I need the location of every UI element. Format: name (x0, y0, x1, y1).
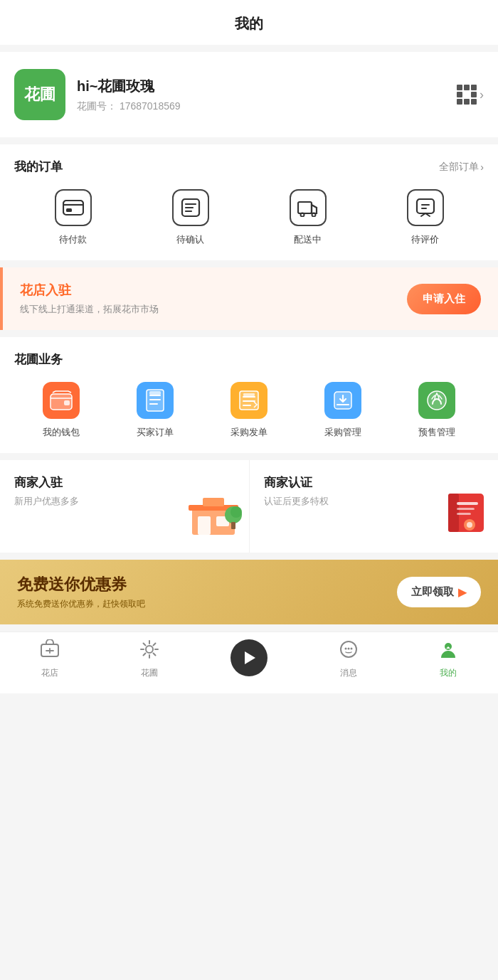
avatar: 花圃 (14, 69, 65, 120)
business-section: 花圃业务 我的钱包 买家订单 (0, 337, 498, 453)
profile-info: hi~花圃玫瑰 花圃号： 17687018569 (77, 77, 445, 113)
page-title: 我的 (235, 16, 263, 31)
page-header: 我的 (0, 0, 498, 45)
biz-label: 预售管理 (418, 426, 455, 439)
svg-rect-12 (243, 393, 255, 396)
merchant-join-card[interactable]: 商家入驻 新用户优惠多多 (0, 460, 250, 553)
nav-label: 消息 (340, 667, 357, 679)
apply-button[interactable]: 申请入住 (407, 284, 481, 314)
svg-point-22 (231, 506, 242, 518)
chevron-right-icon: › (480, 161, 484, 173)
merchant-join-image (185, 488, 242, 545)
merchant-row: 商家入驻 新用户优惠多多 商家认证 认证后更多特权 (0, 460, 498, 553)
banner-subtitle: 线下线上打通渠道，拓展花市市场 (20, 303, 159, 316)
biz-label: 我的钱包 (43, 426, 80, 439)
business-item-purchase-order[interactable]: 采购发单 (202, 382, 296, 439)
chevron-right-icon: › (480, 87, 484, 102)
play-icon: ▶ (458, 586, 467, 599)
orders-section: 我的订单 全部订单 › 待付款 待确认 (0, 144, 498, 260)
nav-label: 花店 (41, 667, 58, 679)
biz-label: 买家订单 (137, 426, 174, 439)
business-icons-row: 我的钱包 买家订单 采购发单 (14, 382, 484, 439)
bottom-nav: 花店 花圃 消息 (0, 632, 498, 693)
order-icons-row: 待付款 待确认 配送中 (14, 189, 484, 246)
order-item-delivery[interactable]: 配送中 (249, 189, 366, 246)
svg-point-4 (300, 213, 304, 217)
business-title: 花圃业务 (14, 351, 484, 368)
qr-button[interactable]: › (457, 85, 484, 105)
order-item-pending-payment[interactable]: 待付款 (14, 189, 132, 246)
claim-coupon-button[interactable]: 立即领取 ▶ (397, 577, 481, 607)
svg-rect-10 (149, 391, 161, 395)
profile-id: 花圃号： 17687018569 (77, 100, 445, 113)
order-label: 待付款 (59, 233, 87, 246)
mine-icon (438, 639, 458, 664)
coupon-banner[interactable]: 免费送你优惠券 系统免费送你优惠券，赶快领取吧 立即领取 ▶ (0, 560, 498, 624)
banner-text: 花店入驻 线下线上打通渠道，拓展花市市场 (20, 282, 159, 316)
svg-point-35 (351, 648, 353, 650)
message-icon (339, 639, 359, 664)
business-item-buyer-order[interactable]: 买家订单 (108, 382, 202, 439)
svg-rect-3 (298, 202, 312, 213)
order-label: 待确认 (176, 233, 204, 246)
coupon-subtitle: 系统免费送你优惠券，赶快领取吧 (17, 598, 145, 610)
svg-rect-1 (66, 208, 72, 212)
review-icon (407, 189, 444, 226)
svg-point-5 (312, 213, 315, 217)
merchant-cert-image (441, 488, 491, 545)
svg-rect-6 (417, 199, 434, 213)
svg-rect-24 (448, 494, 459, 532)
biz-label: 采购发单 (231, 426, 267, 439)
biz-label: 采购管理 (324, 426, 361, 439)
coupon-text: 免费送你优惠券 系统免费送你优惠券，赶快领取吧 (17, 574, 145, 610)
svg-point-29 (467, 522, 472, 528)
orders-header: 我的订单 全部订单 › (14, 159, 484, 175)
huadian-icon (40, 639, 60, 664)
purchase-order-icon (231, 382, 267, 419)
svg-rect-21 (231, 522, 235, 529)
qr-icon (457, 85, 477, 105)
coupon-title: 免费送你优惠券 (17, 574, 145, 595)
nav-label: 花圃 (141, 667, 158, 679)
svg-rect-8 (64, 400, 70, 405)
wallet-icon (43, 382, 80, 419)
pending-payment-icon (55, 189, 92, 226)
play-center-icon (231, 639, 267, 676)
huapu-icon (139, 639, 159, 664)
purchase-manage-icon (324, 382, 361, 419)
business-item-wallet[interactable]: 我的钱包 (14, 382, 108, 439)
svg-rect-0 (63, 201, 83, 215)
svg-point-31 (146, 646, 153, 653)
svg-point-34 (348, 648, 350, 650)
profile-card[interactable]: 花圃 hi~花圃玫瑰 花圃号： 17687018569 › (0, 52, 498, 137)
business-item-presale[interactable]: 预售管理 (390, 382, 484, 439)
nav-item-center[interactable] (199, 639, 299, 679)
merchant-cert-card[interactable]: 商家认证 认证后更多特权 (250, 460, 499, 553)
buyer-order-icon (137, 382, 174, 419)
order-label: 待评价 (411, 233, 439, 246)
all-orders-link[interactable]: 全部订单 › (439, 161, 484, 174)
nav-item-huapu[interactable]: 花圃 (100, 639, 199, 679)
banner-title: 花店入驻 (20, 282, 159, 299)
order-item-review[interactable]: 待评价 (366, 189, 484, 246)
svg-rect-25 (457, 502, 478, 505)
flower-shop-banner[interactable]: 花店入驻 线下线上打通渠道，拓展花市市场 申请入住 (0, 267, 498, 330)
nav-item-mine[interactable]: 我的 (398, 639, 498, 679)
orders-title: 我的订单 (14, 159, 63, 175)
nav-item-huadian[interactable]: 花店 (0, 639, 100, 679)
svg-rect-26 (457, 508, 475, 510)
order-item-pending-confirm[interactable]: 待确认 (132, 189, 249, 246)
delivery-icon (290, 189, 327, 226)
business-item-purchase-manage[interactable]: 采购管理 (296, 382, 390, 439)
presale-icon (418, 382, 455, 419)
svg-rect-27 (457, 513, 471, 515)
svg-rect-16 (198, 516, 211, 535)
nav-item-message[interactable]: 消息 (299, 639, 398, 679)
nav-label: 我的 (440, 667, 457, 679)
order-label: 配送中 (294, 233, 322, 246)
pending-confirm-icon (172, 189, 209, 226)
svg-point-33 (345, 648, 347, 650)
profile-name: hi~花圃玫瑰 (77, 77, 445, 96)
svg-rect-19 (203, 498, 224, 506)
